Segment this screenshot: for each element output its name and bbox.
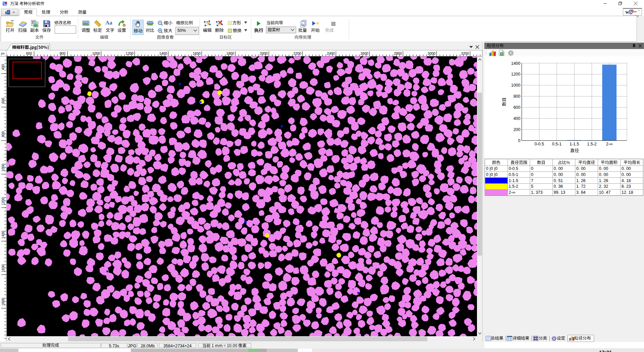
svg-text:0-0.5: 0-0.5 xyxy=(535,142,544,146)
svg-text:0: 0 xyxy=(518,138,521,143)
svg-text:400: 400 xyxy=(514,116,521,121)
svg-text:1600: 1600 xyxy=(1,264,5,272)
svg-text:W: W xyxy=(625,10,629,15)
svg-text:1400: 1400 xyxy=(159,51,167,55)
svg-text:600: 600 xyxy=(514,105,521,110)
svg-text:1000: 1000 xyxy=(92,51,100,55)
svg-text:600: 600 xyxy=(26,51,32,55)
svg-text:0.5-1: 0.5-1 xyxy=(552,142,562,146)
svg-text:200: 200 xyxy=(514,127,521,132)
svg-text:800: 800 xyxy=(60,51,66,55)
svg-text:2000: 2000 xyxy=(260,51,268,55)
svg-text:1400: 1400 xyxy=(1,231,5,239)
svg-text:1000: 1000 xyxy=(1,164,5,172)
svg-text:1200: 1200 xyxy=(126,51,134,55)
svg-text:1200: 1200 xyxy=(511,72,521,77)
svg-text:3200: 3200 xyxy=(461,51,469,55)
svg-text:2800: 2800 xyxy=(394,51,402,55)
svg-text:3000: 3000 xyxy=(428,51,436,55)
svg-text:400: 400 xyxy=(1,64,5,70)
svg-text:1800: 1800 xyxy=(226,51,234,55)
svg-text:1.5-2: 1.5-2 xyxy=(587,142,597,146)
svg-text:2200: 2200 xyxy=(293,51,302,55)
svg-text:1200: 1200 xyxy=(1,197,5,205)
svg-text:800: 800 xyxy=(1,131,5,137)
svg-text:1-1.5: 1-1.5 xyxy=(570,142,579,146)
svg-text:800: 800 xyxy=(514,94,521,99)
svg-text:1400: 1400 xyxy=(511,61,521,66)
svg-text:1600: 1600 xyxy=(193,51,201,55)
svg-text:600: 600 xyxy=(1,98,5,104)
svg-text:2-∞: 2-∞ xyxy=(606,142,613,146)
svg-text:1000: 1000 xyxy=(511,83,521,88)
svg-text:1800: 1800 xyxy=(1,298,5,306)
svg-text:2400: 2400 xyxy=(327,51,335,55)
svg-text:2600: 2600 xyxy=(361,51,369,55)
